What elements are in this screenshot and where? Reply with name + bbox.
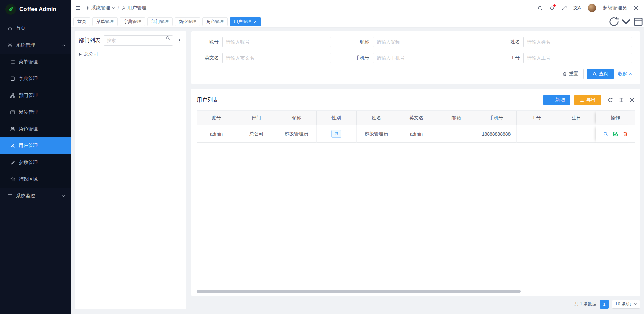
horizontal-scrollbar-thumb[interactable]: [197, 290, 521, 293]
tab-dept-mgmt[interactable]: 部门管理: [147, 17, 173, 26]
name-input[interactable]: [523, 37, 632, 47]
add-user-button[interactable]: 新增: [543, 95, 570, 105]
tab-label: 首页: [77, 19, 86, 25]
refresh-icon[interactable]: [608, 16, 620, 27]
department-search-input[interactable]: [104, 36, 163, 45]
sidebar-group-monitor[interactable]: 系统监控: [0, 188, 71, 204]
sidebar-item-label: 菜单管理: [19, 59, 38, 65]
breadcrumb-current[interactable]: 用户管理: [122, 5, 146, 11]
person-icon: [10, 143, 15, 148]
sidebar-item-label: 部门管理: [19, 92, 38, 99]
sidebar-item-label: 用户管理: [19, 143, 38, 149]
sidebar-menu: 首页 系统管理 菜单管理 字典管理 部门管理: [0, 19, 71, 314]
sidebar-item-region-mgmt[interactable]: 行政区域: [0, 171, 71, 188]
column-header-actions: 操作: [596, 111, 635, 125]
sidebar-submenu-system: 菜单管理 字典管理 部门管理 岗位管理 角色管理: [0, 54, 71, 188]
tree-node-label: 总公司: [84, 51, 98, 57]
page-size-select[interactable]: 10 条/页: [612, 300, 640, 309]
field-label: 昵称: [350, 39, 369, 45]
sidebar-group-system[interactable]: 系统管理: [0, 37, 71, 54]
bank-icon: [10, 177, 15, 182]
tab-user-mgmt[interactable]: 用户管理: [230, 17, 261, 26]
sidebar-item-param-mgmt[interactable]: 参数管理: [0, 154, 71, 171]
search-icon[interactable]: [163, 36, 173, 40]
account-input[interactable]: [222, 37, 331, 47]
breadcrumb-label: 系统管理: [91, 5, 110, 11]
table-row: admin 总公司 超级管理员 男 超级管理员 admin 1888888888…: [197, 125, 635, 143]
breadcrumb-system[interactable]: 系统管理: [86, 5, 115, 11]
user-table: 账号 部门 昵称 性别 姓名 英文名 邮箱 手机号 工号 生日 操作: [197, 110, 635, 143]
tab-menu-mgmt[interactable]: 菜单管理: [92, 17, 118, 26]
breadcrumb-separator: /: [118, 5, 119, 11]
phone-input[interactable]: [373, 53, 482, 63]
settings-gear-icon[interactable]: [633, 5, 639, 11]
translate-icon[interactable]: 文A: [574, 5, 581, 11]
edit-icon[interactable]: [613, 131, 618, 137]
tab-role-mgmt[interactable]: 角色管理: [202, 17, 228, 26]
notification-bell-icon[interactable]: [549, 5, 555, 11]
chevron-down-icon: [112, 6, 115, 10]
tab-post-mgmt[interactable]: 岗位管理: [175, 17, 200, 26]
layout-frame-icon[interactable]: [632, 16, 644, 27]
delete-icon[interactable]: [623, 131, 628, 137]
tab-label: 用户管理: [234, 19, 251, 25]
filter-grid: 账号 昵称 姓名 英文名: [199, 37, 632, 63]
department-search-box: [104, 35, 173, 46]
column-settings-gear-icon[interactable]: [629, 97, 635, 103]
column-header: 姓名: [357, 111, 396, 125]
chevron-up-icon: [629, 72, 632, 76]
filter-field-nickname: 昵称: [350, 37, 482, 47]
view-icon[interactable]: [603, 131, 608, 137]
search-icon[interactable]: [537, 5, 543, 11]
page-1-button[interactable]: 1: [600, 300, 609, 309]
tab-home[interactable]: 首页: [73, 17, 90, 26]
row-height-icon[interactable]: [619, 97, 624, 103]
nickname-input[interactable]: [373, 37, 482, 47]
cell-name: 超级管理员: [357, 125, 396, 143]
export-button[interactable]: 导出: [574, 95, 601, 105]
cell-dept: 总公司: [236, 125, 276, 143]
query-button[interactable]: 查询: [587, 69, 614, 79]
tree-caret-icon[interactable]: [79, 53, 82, 56]
chevron-down-icon[interactable]: [620, 16, 632, 27]
field-label: 手机号: [350, 55, 369, 61]
department-panel: 部门列表 总公司: [75, 31, 186, 309]
sidebar-item-user-mgmt[interactable]: 用户管理: [0, 137, 71, 154]
more-dots-icon[interactable]: [176, 38, 182, 43]
tab-dict-mgmt[interactable]: 字典管理: [120, 17, 145, 26]
reset-button[interactable]: 重置: [557, 69, 584, 79]
tab-label: 字典管理: [124, 19, 141, 25]
breadcrumb-label: 用户管理: [127, 5, 146, 11]
close-icon[interactable]: [254, 20, 257, 23]
collapse-filter-link[interactable]: 收起: [618, 71, 632, 77]
horizontal-scrollbar-track: [197, 290, 635, 293]
sidebar-item-home[interactable]: 首页: [0, 20, 71, 37]
sidebar-item-menu-mgmt[interactable]: 菜单管理: [0, 54, 71, 70]
sidebar-item-dict-mgmt[interactable]: 字典管理: [0, 70, 71, 87]
department-panel-title: 部门列表: [79, 37, 100, 44]
cell-en-name: admin: [396, 125, 436, 143]
gender-tag: 男: [331, 130, 341, 138]
pagination: 共 1 条数据 1 10 条/页: [191, 299, 640, 309]
main-area: 系统管理 / 用户管理 文A 超级管理员: [71, 0, 644, 314]
book-icon: [10, 76, 15, 81]
pen-icon: [10, 160, 15, 165]
fullscreen-icon[interactable]: [561, 5, 567, 11]
en-name-input[interactable]: [222, 53, 331, 63]
tree-node-root[interactable]: 总公司: [79, 50, 182, 58]
list-icon: [10, 59, 15, 65]
refresh-icon[interactable]: [608, 97, 613, 103]
department-panel-header: 部门列表: [79, 35, 182, 46]
sidebar-item-role-mgmt[interactable]: 角色管理: [0, 121, 71, 137]
sidebar-item-dept-mgmt[interactable]: 部门管理: [0, 87, 71, 104]
current-user-name[interactable]: 超级管理员: [603, 5, 627, 11]
cell-actions: [596, 125, 635, 143]
avatar[interactable]: [588, 4, 596, 12]
table-tool-icons: [608, 97, 635, 103]
sidebar-item-label: 行政区域: [19, 176, 38, 182]
sidebar-item-post-mgmt[interactable]: 岗位管理: [0, 104, 71, 121]
header-actions: 文A 超级管理员: [537, 4, 639, 12]
work-no-input[interactable]: [523, 53, 632, 63]
menu-fold-icon[interactable]: [75, 5, 81, 11]
button-label: 新增: [555, 97, 565, 103]
